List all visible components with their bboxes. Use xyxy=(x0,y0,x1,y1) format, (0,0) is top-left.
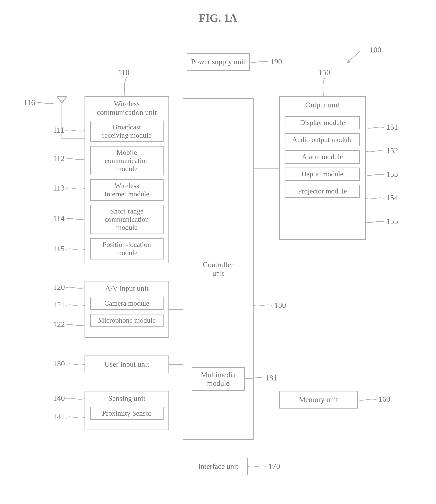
interface-label: Interface unit xyxy=(198,462,238,471)
user-input-label: User input unit xyxy=(104,360,149,369)
lead-121 xyxy=(66,303,85,310)
power-supply-box: Power supply unit xyxy=(187,53,250,71)
lead-150 xyxy=(316,77,332,96)
ref-113: 113 xyxy=(53,183,65,192)
output-box: Output unit Display module Audio output … xyxy=(279,96,366,240)
lead-170 xyxy=(248,464,267,471)
ref-150: 150 xyxy=(318,68,330,77)
alarm-module: Alarm module xyxy=(285,150,360,163)
projector-module: Projector module xyxy=(285,185,360,198)
multimedia-box: Multimedia module xyxy=(192,367,245,391)
lead-155 xyxy=(366,219,385,227)
output-title: Output unit xyxy=(305,101,340,109)
conn-controller-output xyxy=(254,168,279,169)
lead-190 xyxy=(250,59,269,67)
ref-130: 130 xyxy=(53,359,65,368)
conn-wireless-controller xyxy=(169,179,183,179)
ref-100-mark xyxy=(346,49,370,65)
ref-153: 153 xyxy=(386,170,398,179)
lead-180 xyxy=(254,303,273,310)
lead-111 xyxy=(66,128,85,135)
interface-box: Interface unit xyxy=(189,458,248,475)
conn-power-controller xyxy=(218,71,218,98)
av-title: A/V input unit xyxy=(105,284,148,293)
lead-141 xyxy=(66,414,85,422)
lead-160 xyxy=(358,397,377,405)
short-range-module: Short-range communication module xyxy=(90,205,163,234)
ref-112: 112 xyxy=(53,154,65,163)
ref-114: 114 xyxy=(53,214,65,223)
lead-114 xyxy=(66,216,85,224)
ref-152: 152 xyxy=(386,146,398,155)
conn-av-controller xyxy=(169,309,183,310)
figure-title: FIG. 1A xyxy=(199,12,237,24)
broadcast-module: Broadcast receiving module xyxy=(90,121,163,142)
antenna-icon xyxy=(53,94,71,112)
user-input-box: User input unit xyxy=(84,356,169,373)
lead-115 xyxy=(66,246,85,254)
lead-181 xyxy=(245,375,264,383)
lead-112 xyxy=(66,156,85,164)
ref-141: 141 xyxy=(53,412,65,421)
lead-153 xyxy=(366,172,385,180)
conn-sensing-controller xyxy=(169,399,183,399)
wireless-internet-module: Wireless Internet module xyxy=(90,179,163,201)
power-supply-label: Power supply unit xyxy=(191,58,246,66)
lead-140 xyxy=(66,396,85,404)
microphone-module: Microphone module xyxy=(90,314,163,327)
ref-120: 120 xyxy=(53,282,65,292)
ref-122: 122 xyxy=(53,320,65,329)
lead-122 xyxy=(66,322,85,330)
lead-116 xyxy=(35,100,55,108)
ref-140: 140 xyxy=(53,393,65,403)
ref-181: 181 xyxy=(265,373,277,382)
av-input-box: A/V input unit Camera module Microphone … xyxy=(84,281,169,338)
memory-box: Memory unit xyxy=(279,391,358,409)
ref-154: 154 xyxy=(386,193,398,202)
conn-controller-interface xyxy=(218,440,218,458)
lead-154 xyxy=(366,195,385,203)
lead-130 xyxy=(66,361,85,369)
lead-152 xyxy=(366,148,385,156)
lead-151 xyxy=(366,125,385,133)
wireless-comm-box: Wireless communication unit Broadcast re… xyxy=(84,96,169,263)
ref-115: 115 xyxy=(53,244,65,253)
ref-155: 155 xyxy=(386,217,398,226)
lead-113 xyxy=(66,186,85,193)
wireless-title: Wireless communication unit xyxy=(97,99,157,117)
mobile-comm-module: Mobile communication module xyxy=(90,146,163,175)
conn-controller-memory xyxy=(254,400,279,400)
ref-111: 111 xyxy=(53,125,64,135)
ref-160: 160 xyxy=(378,394,390,404)
ref-110: 110 xyxy=(118,68,130,77)
conn-userinput-controller xyxy=(169,364,183,365)
ref-100: 100 xyxy=(370,45,381,54)
ref-170: 170 xyxy=(268,462,280,471)
ref-190: 190 xyxy=(270,57,282,66)
haptic-module: Haptic module xyxy=(285,168,360,181)
ref-180: 180 xyxy=(274,300,286,310)
camera-module: Camera module xyxy=(90,297,163,310)
position-location-module: Position-location module xyxy=(90,238,163,260)
lead-120 xyxy=(66,285,85,293)
display-module: Display module xyxy=(285,116,360,129)
controller-label: Controller unit xyxy=(203,261,233,278)
sensing-box: Sensing unit Proximity Sensor xyxy=(84,391,169,430)
antenna-line-h xyxy=(62,138,85,139)
audio-output-module: Audio output module xyxy=(285,133,360,146)
ref-121: 121 xyxy=(53,300,65,309)
ref-151: 151 xyxy=(386,122,398,132)
sensing-title: Sensing unit xyxy=(108,394,146,403)
lead-110 xyxy=(118,77,134,96)
multimedia-label: Multimedia module xyxy=(201,370,235,387)
proximity-sensor: Proximity Sensor xyxy=(90,407,163,420)
memory-label: Memory unit xyxy=(299,395,338,404)
ref-116: 116 xyxy=(24,98,35,107)
